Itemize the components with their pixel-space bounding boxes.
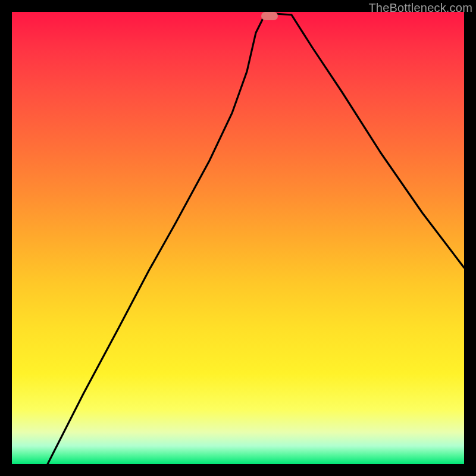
chart-container: TheBottleneck.com [0,0,476,476]
plot-area [12,12,464,464]
optimum-marker [261,12,278,20]
watermark-text: TheBottleneck.com [368,1,472,15]
bottleneck-curve [12,12,464,464]
